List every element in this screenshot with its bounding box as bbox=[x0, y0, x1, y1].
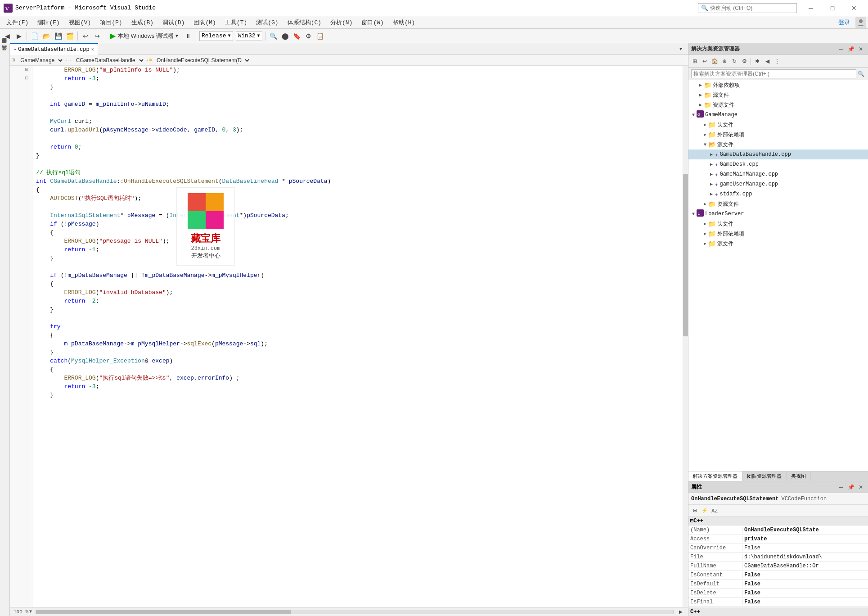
se-search-icon[interactable]: 🔍 bbox=[856, 69, 865, 78]
panel-close-button[interactable]: ✕ bbox=[856, 45, 865, 54]
tree-item-resource-1[interactable]: ▶ 📁 资源文件 bbox=[688, 100, 868, 110]
forward-button[interactable]: ▶ bbox=[13, 31, 24, 41]
maximize-button[interactable]: □ bbox=[822, 0, 843, 16]
se-toolbar-btn-5[interactable]: ⚙ bbox=[740, 57, 749, 66]
tree-item-external-deps-2[interactable]: ▶ 📁 外部依赖项 bbox=[688, 130, 868, 140]
back-button[interactable]: ◀ bbox=[2, 31, 13, 41]
tree-item-source-3[interactable]: ▶ 📁 源文件 bbox=[688, 239, 868, 249]
panel-unpin-button[interactable]: 📌 bbox=[846, 45, 855, 54]
menu-help[interactable]: 帮助(H) bbox=[388, 18, 419, 27]
run-debug-button[interactable]: ▶ 本地 Windows 调试器 ▼ bbox=[108, 31, 182, 41]
platform-dropdown[interactable]: Win32 ▼ bbox=[236, 31, 262, 41]
menu-view[interactable]: 视图(V) bbox=[64, 18, 95, 27]
left-tab-toolbox[interactable]: 工具箱 bbox=[0, 50, 9, 58]
tree-item-resource-2[interactable]: ▶ 📁 资源文件 bbox=[688, 199, 868, 209]
toolbar-misc-1[interactable]: ⚙ bbox=[303, 31, 314, 41]
h-scroll-right[interactable]: ▶ bbox=[677, 608, 684, 616]
code-area[interactable]: ⊟ ⊟ bbox=[10, 66, 688, 607]
nav-method-select[interactable]: OnHandleExecuteSQLStatement(D bbox=[153, 55, 251, 66]
menu-edit[interactable]: 编辑(E) bbox=[33, 18, 64, 27]
run-dropdown-arrow[interactable]: ▼ bbox=[175, 33, 179, 38]
props-row-fullname[interactable]: FullName CGameDataBaseHandle::Or bbox=[688, 562, 868, 571]
tree-item-headers-2[interactable]: ▶ 📁 头文件 bbox=[688, 219, 868, 229]
props-row-isconstant[interactable]: IsConstant False bbox=[688, 571, 868, 580]
se-toolbar-btn-6[interactable]: ✱ bbox=[753, 57, 762, 66]
code-lines[interactable]: ERROR_LOG("m_pInitInfo is NULL"); return… bbox=[32, 66, 688, 607]
props-az-btn[interactable]: AZ bbox=[710, 506, 719, 515]
solution-explorer-tree[interactable]: ▶ 📁 外部依赖项 ▶ 📁 源文件 ▶ 📁 资源文件 ▼ G bbox=[688, 80, 868, 471]
quick-launch-input[interactable] bbox=[710, 5, 794, 11]
tree-item-source-folder[interactable]: ▼ 📂 源文件 bbox=[688, 140, 868, 149]
pause-button[interactable]: ⏸ bbox=[183, 31, 193, 41]
props-row-isdefault[interactable]: IsDefault False bbox=[688, 580, 868, 589]
close-button[interactable]: ✕ bbox=[844, 0, 864, 16]
menu-team[interactable]: 团队(M) bbox=[189, 18, 220, 27]
tree-item-cpp-5[interactable]: ▶ ✦ stdafx.cpp bbox=[688, 189, 868, 199]
save-button[interactable]: 💾 bbox=[53, 31, 63, 41]
menu-debug[interactable]: 调试(D) bbox=[158, 18, 189, 27]
nav-class-select[interactable]: GameManage bbox=[17, 55, 64, 66]
panel-pin-button[interactable]: ─ bbox=[837, 45, 846, 54]
props-close-btn[interactable]: ✕ bbox=[856, 483, 865, 492]
editor-scrollbar[interactable] bbox=[683, 66, 688, 607]
se-toolbar-btn-7[interactable]: ⋮ bbox=[773, 57, 782, 66]
save-all-button[interactable]: 🗂️ bbox=[64, 31, 75, 41]
tab-close-button[interactable]: ✕ bbox=[91, 46, 94, 52]
breakpoint-button[interactable]: ⬤ bbox=[280, 31, 291, 41]
tree-item-external-deps-3[interactable]: ▶ 📁 外部依赖项 bbox=[688, 229, 868, 239]
quick-launch-container[interactable]: 🔍 bbox=[698, 3, 797, 13]
tree-item-gamemanage[interactable]: ▼ G GameManage bbox=[688, 110, 868, 120]
menu-tools[interactable]: 工具(T) bbox=[220, 18, 252, 27]
bottom-tab-class[interactable]: 类视图 bbox=[787, 471, 811, 481]
tab-arrow-down[interactable]: ▼ bbox=[675, 44, 686, 54]
tree-item-external-deps-1[interactable]: ▶ 📁 外部依赖项 bbox=[688, 80, 868, 90]
props-row-isdelete[interactable]: IsDelete False bbox=[688, 589, 868, 598]
se-home-btn[interactable]: 🏠 bbox=[710, 57, 719, 66]
find-button[interactable]: 🔍 bbox=[268, 31, 279, 41]
tree-item-cpp-2[interactable]: ▶ ✦ GameDesk.cpp bbox=[688, 159, 868, 169]
horizontal-scrollbar[interactable] bbox=[36, 610, 674, 614]
se-toolbar-btn-2[interactable]: ↩ bbox=[700, 57, 709, 66]
toolbar-misc-2[interactable]: 📋 bbox=[315, 31, 326, 41]
tree-item-headers[interactable]: ▶ 📁 头文件 bbox=[688, 120, 868, 130]
redo-button[interactable]: ↪ bbox=[92, 31, 103, 41]
props-row-file[interactable]: File d:\baidunetdiskdownload\ bbox=[688, 553, 868, 562]
h-scrollbar-thumb[interactable] bbox=[36, 610, 291, 614]
se-toolbar-btn-4[interactable]: ↻ bbox=[730, 57, 739, 66]
se-toolbar-btn-3[interactable]: ⊕ bbox=[720, 57, 729, 66]
account-icon[interactable] bbox=[855, 17, 866, 28]
props-row-isfinal[interactable]: IsFinal False bbox=[688, 598, 868, 607]
se-collapse-btn[interactable]: ◀ bbox=[763, 57, 772, 66]
menu-window[interactable]: 窗口(W) bbox=[357, 18, 388, 27]
tree-item-loaderserver[interactable]: ▼ L LoaderServer bbox=[688, 209, 868, 219]
menu-arch[interactable]: 体系结构(C) bbox=[283, 18, 326, 27]
menu-test[interactable]: 测试(G) bbox=[252, 18, 283, 27]
tree-item-source-1[interactable]: ▶ 📁 源文件 bbox=[688, 90, 868, 100]
zoom-dropdown[interactable]: ▼ bbox=[29, 609, 32, 614]
new-project-button[interactable]: 📄 bbox=[29, 31, 40, 41]
minimize-button[interactable]: ─ bbox=[801, 0, 821, 16]
left-tab-server-explorer[interactable]: 服务器资源管理器 bbox=[0, 43, 9, 50]
undo-button[interactable]: ↩ bbox=[80, 31, 91, 41]
open-button[interactable]: 📂 bbox=[41, 31, 52, 41]
tree-item-cpp-3[interactable]: ▶ ✦ GameMainManage.cpp bbox=[688, 169, 868, 179]
config-dropdown[interactable]: Release ▼ bbox=[199, 31, 233, 41]
props-grid-btn[interactable]: ⊞ bbox=[690, 506, 699, 515]
menu-analyze[interactable]: 分析(N) bbox=[326, 18, 357, 27]
scrollbar-thumb[interactable] bbox=[683, 174, 688, 336]
props-row-name[interactable]: (Name) OnHandleExecuteSQLState bbox=[688, 525, 868, 534]
bookmark-button[interactable]: 🔖 bbox=[292, 31, 302, 41]
menu-file[interactable]: 文件(F) bbox=[2, 18, 33, 27]
props-row-access[interactable]: Access private bbox=[688, 534, 868, 544]
bottom-tab-solution[interactable]: 解决方案资源管理器 bbox=[688, 471, 742, 481]
props-sort-btn[interactable]: ⚡ bbox=[700, 506, 709, 515]
props-pin-btn[interactable]: ─ bbox=[837, 483, 846, 492]
tree-item-cpp-1[interactable]: ▶ ✦ GameDataBaseHandle.cpp bbox=[688, 149, 868, 159]
menu-build[interactable]: 生成(B) bbox=[127, 18, 158, 27]
props-unpin-btn[interactable]: 📌 bbox=[846, 483, 855, 492]
bottom-tab-team[interactable]: 团队资源管理器 bbox=[742, 471, 787, 481]
tree-item-cpp-4[interactable]: ▶ ✦ gameUserManage.cpp bbox=[688, 179, 868, 189]
se-toolbar-btn-1[interactable]: ⊞ bbox=[690, 57, 699, 66]
sign-in-button[interactable]: 登录 bbox=[838, 18, 850, 27]
nav-member-select[interactable]: CGameDataBaseHandle bbox=[72, 55, 145, 66]
